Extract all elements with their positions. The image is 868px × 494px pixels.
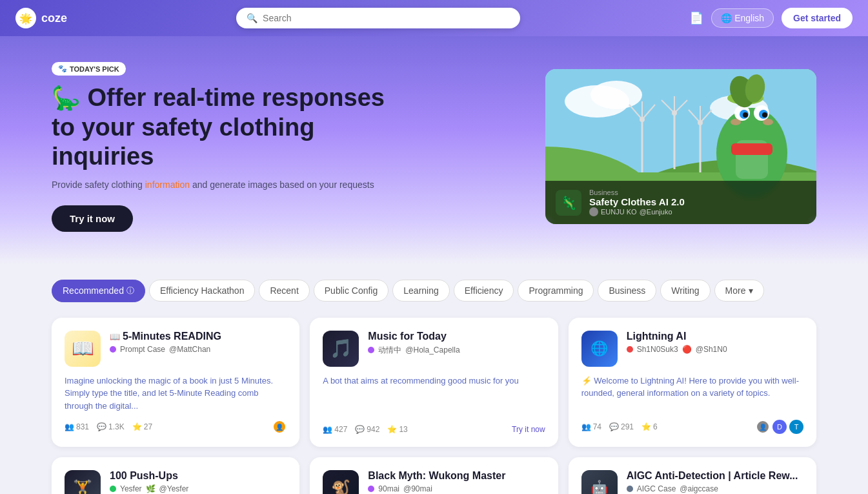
card-icon-music: 🎵 bbox=[323, 331, 359, 367]
hero-section: 🐾 TODAY'S PICK 🦕 Offer real-time respons… bbox=[0, 36, 868, 264]
dino-emoji: 🦕 bbox=[52, 85, 81, 111]
card-authors-reading: Prompt Case @MattChan bbox=[110, 345, 287, 354]
hero-content: 🐾 TODAY'S PICK 🦕 Offer real-time respons… bbox=[52, 62, 387, 232]
cards-grid: 📖 📖5-Minutes READING Prompt Case @MattCh… bbox=[0, 313, 868, 494]
card-icon-lightning: 🌐 bbox=[581, 331, 618, 367]
logo[interactable]: 🌟 coze bbox=[15, 8, 67, 28]
tabs-container: Recommended ⓘ Efficiency Hackathon Recen… bbox=[0, 269, 868, 313]
svg-point-29 bbox=[762, 112, 767, 118]
info-icon: ⓘ bbox=[126, 285, 134, 296]
hero-card-name: Safety Clothes AI 2.0 bbox=[589, 196, 685, 207]
tab-business[interactable]: Business bbox=[598, 280, 656, 302]
hero-image: 🦎 Business Safety Clothes AI 2.0 EUNJU K… bbox=[545, 69, 816, 224]
tab-learning[interactable]: Learning bbox=[392, 280, 450, 302]
telegram-icon: T bbox=[789, 420, 803, 434]
users-icon: 👥 bbox=[581, 422, 591, 431]
tab-efficiency-hackathon[interactable]: Efficiency Hackathon bbox=[149, 280, 255, 302]
card-title-wukong: Black Myth: Wukong Master bbox=[368, 470, 545, 482]
tab-more[interactable]: More ▾ bbox=[714, 280, 764, 302]
hero-card-info: Business Safety Clothes AI 2.0 EUNJU KO … bbox=[589, 189, 685, 216]
star-icon: ⭐ bbox=[387, 425, 397, 434]
badge-text: TODAY'S PICK bbox=[70, 65, 119, 73]
hero-card-icon: 🦎 bbox=[556, 190, 581, 216]
users-icon: 👥 bbox=[65, 422, 74, 431]
card-desc-reading: Imagine unlocking the magic of a book in… bbox=[65, 375, 287, 413]
card-title-lightning: Lightning AI bbox=[627, 331, 803, 342]
card-desc-music: A bot that aims at recommending good mus… bbox=[323, 375, 545, 387]
search-icon: 🔍 bbox=[247, 13, 257, 23]
tab-programming[interactable]: Programming bbox=[518, 280, 594, 302]
svg-rect-34 bbox=[731, 143, 772, 155]
svg-point-28 bbox=[743, 112, 748, 118]
lang-label: English bbox=[734, 13, 764, 23]
get-started-button[interactable]: Get started bbox=[782, 8, 853, 28]
card-authors-wukong: 90mai @90mai bbox=[368, 484, 545, 493]
card-authors-lightning: Sh1N0Suk3 🔴 @Sh1N0 bbox=[627, 345, 803, 354]
tab-recent[interactable]: Recent bbox=[259, 280, 309, 302]
tab-efficiency[interactable]: Efficiency bbox=[454, 280, 514, 302]
hero-try-button[interactable]: Try it now bbox=[52, 205, 133, 232]
card-authors-aigc: AIGC Case @aigccase bbox=[627, 484, 803, 493]
music-try-button[interactable]: Try it now bbox=[512, 425, 545, 434]
card-lightning: 🌐 Lightning AI Sh1N0Suk3 🔴 @Sh1N0 ⚡ Welc… bbox=[569, 318, 816, 448]
logo-text: coze bbox=[41, 12, 67, 25]
card-footer-reading: 👥831 💬1.3K ⭐27 👤 bbox=[65, 420, 287, 434]
card-icon-wukong: 🐒 bbox=[323, 470, 359, 494]
header-right: 📄 🌐 English Get started bbox=[689, 8, 853, 28]
card-desc-lightning: ⚡ Welcome to Lightning AI! Here to provi… bbox=[581, 375, 803, 400]
hero-title: 🦕 Offer real-time responses to your safe… bbox=[52, 83, 387, 172]
card-title-aigc: AIGC Anti-Detection | Article Rew... bbox=[627, 470, 803, 482]
svg-point-2 bbox=[590, 81, 642, 109]
search-bar: 🔍 bbox=[236, 8, 520, 28]
card-footer-music: 👥427 💬942 ⭐13 Try it now bbox=[323, 425, 545, 434]
star-icon: ⭐ bbox=[641, 422, 651, 431]
comments-icon: 💬 bbox=[355, 425, 365, 434]
card-wukong: 🐒 Black Myth: Wukong Master 90mai @90mai… bbox=[310, 457, 558, 494]
hero-card-category: Business bbox=[589, 189, 685, 196]
card-title-pushups: 100 Push-Ups bbox=[110, 470, 287, 482]
hero-title-text: Offer real-time responses to your safety… bbox=[52, 84, 385, 170]
tab-writing[interactable]: Writing bbox=[660, 280, 710, 302]
logo-icon: 🌟 bbox=[15, 8, 36, 28]
tabs-list: Recommended ⓘ Efficiency Hackathon Recen… bbox=[52, 269, 816, 313]
card-pushups: 🏋️ 100 Push-Ups Yesfer 🌿 @Yesfer This is… bbox=[52, 457, 299, 494]
hero-subtitle: Provide safety clothing information and … bbox=[52, 180, 387, 190]
comments-icon: 💬 bbox=[97, 422, 106, 431]
card-avatar: 👤 bbox=[272, 420, 287, 434]
today-pick-badge: 🐾 TODAY'S PICK bbox=[52, 62, 387, 76]
card-footer-lightning: 👥74 💬291 ⭐6 👤 D T bbox=[581, 420, 803, 434]
hero-scene: 🦎 Business Safety Clothes AI 2.0 EUNJU K… bbox=[545, 69, 816, 224]
hero-card-author: EUNJU KO @Eunjuko bbox=[589, 207, 685, 216]
tab-recommended[interactable]: Recommended ⓘ bbox=[52, 280, 145, 302]
chevron-down-icon: ▾ bbox=[749, 285, 753, 296]
card-authors-music: 动情中 @Hola_Capella bbox=[368, 345, 545, 356]
card-icon-aigc: 🤖 bbox=[581, 470, 618, 494]
header: 🌟 coze 🔍 📄 🌐 English Get started bbox=[0, 0, 868, 36]
card-title-reading: 📖5-Minutes READING bbox=[110, 331, 287, 342]
language-button[interactable]: 🌐 English bbox=[711, 8, 774, 28]
svg-point-30 bbox=[731, 119, 741, 125]
card-icon-pushups: 🏋️ bbox=[65, 470, 101, 494]
card-aigc: 🤖 AIGC Anti-Detection | Article Rew... A… bbox=[569, 457, 816, 494]
comments-icon: 💬 bbox=[609, 422, 619, 431]
card-music: 🎵 Music for Today 动情中 @Hola_Capella A bo… bbox=[310, 318, 558, 448]
user-avatar: 👤 bbox=[756, 420, 770, 434]
globe-icon: 🌐 bbox=[721, 13, 732, 23]
tab-public-config[interactable]: Public Config bbox=[314, 280, 389, 302]
star-icon: ⭐ bbox=[132, 422, 142, 431]
card-title-music: Music for Today bbox=[368, 331, 545, 342]
card-reading: 📖 📖5-Minutes READING Prompt Case @MattCh… bbox=[52, 318, 299, 448]
platform-icons: 👤 D T bbox=[756, 420, 803, 434]
search-input[interactable] bbox=[263, 13, 510, 23]
card-authors-pushups: Yesfer 🌿 @Yesfer bbox=[110, 484, 287, 493]
card-icon-reading: 📖 bbox=[65, 331, 101, 367]
docs-button[interactable]: 📄 bbox=[689, 11, 703, 25]
svg-point-31 bbox=[763, 119, 773, 125]
discord-icon: D bbox=[772, 420, 787, 434]
hero-card-overlay: 🦎 Business Safety Clothes AI 2.0 EUNJU K… bbox=[545, 181, 816, 224]
users-icon: 👥 bbox=[323, 425, 332, 434]
